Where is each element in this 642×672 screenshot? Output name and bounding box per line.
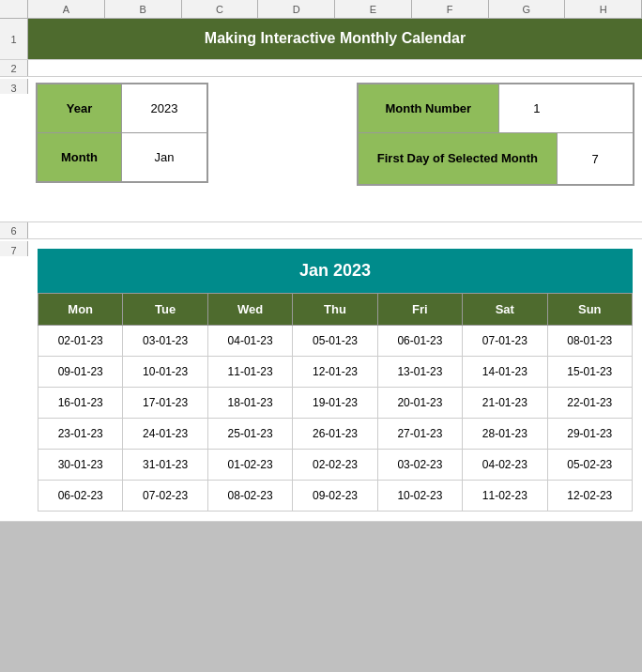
col-header-wed: Wed — [207, 294, 292, 326]
calendar-title: Jan 2023 — [38, 249, 633, 293]
calendar-cell-2-3: 11-01-23 — [207, 357, 292, 388]
calendar-cell-5-3: 01-02-23 — [207, 450, 292, 481]
column-header-row: A B C D E F G H — [0, 0, 642, 19]
calendar-cell-5-6: 04-02-23 — [463, 450, 547, 481]
calendar-row-5: 30-01-2331-01-2301-02-2302-02-2303-02-23… — [38, 450, 633, 481]
calendar-cell-1-3: 04-01-23 — [207, 326, 292, 357]
col-header-thu: Thu — [293, 294, 377, 326]
calendar-cell-3-5: 20-01-23 — [377, 388, 462, 419]
year-label: Year — [38, 84, 122, 132]
row-2: 2 — [0, 60, 642, 77]
row-1: 1 Making Interactive Monthly Calendar — [0, 19, 642, 60]
corner-cell — [0, 0, 28, 18]
calendar-cell-5-2: 31-01-23 — [123, 450, 207, 481]
calendar-cell-4-7: 29-01-23 — [547, 419, 632, 450]
calendar-cell-4-2: 24-01-23 — [123, 419, 207, 450]
info-area: Year 2023 Month Jan Month Number 1 — [28, 79, 642, 190]
calendar-cell-1-4: 05-01-23 — [293, 326, 377, 357]
calendar-header-row: Mon Tue Wed Thu Fri Sat Sun — [38, 294, 633, 326]
month-number-row: Month Number 1 — [359, 84, 633, 133]
calendar-cell-6-4: 09-02-23 — [293, 481, 377, 512]
calendar-cell-3-7: 22-01-23 — [547, 388, 632, 419]
row-num-2: 2 — [0, 60, 28, 76]
calendar-cell-6-1: 06-02-23 — [38, 481, 123, 512]
col-header-fri: Fri — [377, 294, 462, 326]
row-num-3: 3 — [0, 79, 28, 94]
year-value[interactable]: 2023 — [122, 84, 206, 132]
col-header-d: D — [258, 0, 335, 18]
col-header-c: C — [182, 0, 259, 18]
calendar-cell-2-5: 13-01-23 — [377, 357, 462, 388]
row-2-content — [28, 60, 642, 76]
calendar-cell-2-4: 12-01-23 — [293, 357, 377, 388]
calendar-cell-3-6: 21-01-23 — [463, 388, 547, 419]
calendar-cell-5-5: 03-02-23 — [377, 450, 462, 481]
col-header-tue: Tue — [123, 294, 207, 326]
calendar-cell-6-7: 12-02-23 — [547, 481, 632, 512]
calendar-cell-2-1: 09-01-23 — [38, 357, 123, 388]
calendar-cell-2-6: 14-01-23 — [463, 357, 547, 388]
calendar-cell-6-2: 07-02-23 — [123, 481, 207, 512]
calendar-cell-2-7: 15-01-23 — [547, 357, 632, 388]
calendar-cell-3-2: 17-01-23 — [123, 388, 207, 419]
calendar-row-2: 09-01-2310-01-2311-01-2312-01-2313-01-23… — [38, 357, 633, 388]
calendar-row-1: 02-01-2303-01-2304-01-2305-01-2306-01-23… — [38, 326, 633, 357]
col-header-mon: Mon — [38, 294, 123, 326]
calendar-cell-4-5: 27-01-23 — [377, 419, 462, 450]
calendar-cell-3-4: 19-01-23 — [293, 388, 377, 419]
col-header-f: F — [412, 0, 489, 18]
calendar-row-3: 16-01-2317-01-2318-01-2319-01-2320-01-23… — [38, 388, 633, 419]
row-info: 3 Year 2023 Month Jan Month Number — [0, 77, 642, 222]
month-value[interactable]: Jan — [122, 133, 206, 181]
calendar-cell-4-3: 25-01-23 — [207, 419, 292, 450]
col-header-sun: Sun — [547, 294, 632, 326]
row-6: 6 — [0, 222, 642, 239]
month-row: Month Jan — [38, 133, 206, 181]
first-day-label: First Day of Selected Month — [359, 133, 558, 184]
first-day-row: First Day of Selected Month 7 — [359, 133, 633, 184]
calendar-row-6: 06-02-2307-02-2308-02-2309-02-2310-02-23… — [38, 481, 633, 512]
info-left-block: Year 2023 Month Jan — [36, 83, 208, 183]
first-day-value[interactable]: 7 — [558, 133, 633, 184]
calendar-cell-2-2: 10-01-23 — [123, 357, 207, 388]
row-1-content: Making Interactive Monthly Calendar — [28, 19, 642, 59]
calendar-container: Jan 2023 Mon Tue Wed Thu Fri Sat Sun — [38, 249, 633, 512]
calendar-cell-4-1: 23-01-23 — [38, 419, 123, 450]
row-num-1: 1 — [0, 19, 28, 59]
calendar-cell-1-6: 07-01-23 — [463, 326, 547, 357]
row-6-content — [28, 222, 642, 238]
col-header-g: G — [489, 0, 566, 18]
calendar-cell-1-5: 06-01-23 — [377, 326, 462, 357]
calendar-cell-4-4: 26-01-23 — [293, 419, 377, 450]
calendar-cell-6-3: 08-02-23 — [207, 481, 292, 512]
month-number-label: Month Number — [359, 84, 499, 132]
calendar-body: 02-01-2303-01-2304-01-2305-01-2306-01-23… — [38, 326, 633, 512]
row-num-6: 6 — [0, 222, 28, 238]
month-number-value[interactable]: 1 — [499, 84, 574, 132]
calendar-cell-6-5: 10-02-23 — [377, 481, 462, 512]
col-header-h: H — [565, 0, 642, 18]
spreadsheet: A B C D E F G H 1 Making Interactive Mon… — [0, 0, 642, 522]
col-header-sat: Sat — [463, 294, 547, 326]
col-header-b: B — [105, 0, 182, 18]
row-num-7: 7 — [0, 241, 28, 256]
calendar-cell-1-2: 03-01-23 — [123, 326, 207, 357]
calendar-cell-5-1: 30-01-23 — [38, 450, 123, 481]
calendar-row-4: 23-01-2324-01-2325-01-2326-01-2327-01-23… — [38, 419, 633, 450]
col-header-e: E — [335, 0, 412, 18]
calendar-cell-1-7: 08-01-23 — [547, 326, 632, 357]
calendar-cell-5-4: 02-02-23 — [293, 450, 377, 481]
col-header-a: A — [28, 0, 105, 18]
calendar-table: Mon Tue Wed Thu Fri Sat Sun 02-01-2303-0… — [38, 293, 633, 512]
info-right-block: Month Number 1 First Day of Selected Mon… — [357, 83, 634, 186]
calendar-area: Jan 2023 Mon Tue Wed Thu Fri Sat Sun — [28, 241, 642, 519]
row-calendar: 7 Jan 2023 Mon Tue Wed Thu Fri Sat Sun — [0, 239, 642, 522]
title-cell: Making Interactive Monthly Calendar — [28, 19, 642, 59]
calendar-cell-3-1: 16-01-23 — [38, 388, 123, 419]
calendar-cell-4-6: 28-01-23 — [463, 419, 547, 450]
calendar-cell-1-1: 02-01-23 — [38, 326, 123, 357]
calendar-cell-3-3: 18-01-23 — [207, 388, 292, 419]
calendar-cell-6-6: 11-02-23 — [463, 481, 547, 512]
calendar-cell-5-7: 05-02-23 — [547, 450, 632, 481]
month-label: Month — [38, 133, 122, 181]
